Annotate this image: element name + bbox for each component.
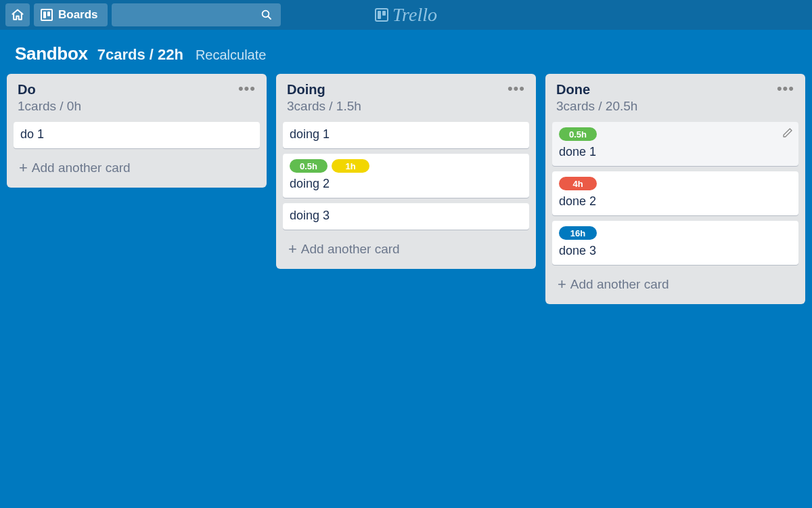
card-title: done 2 [559,194,792,209]
card-label[interactable]: 1h [332,159,369,173]
topbar: Boards Trello [0,0,812,30]
plus-icon: + [558,280,566,289]
card[interactable]: 4hdone 2 [552,171,798,215]
card-title: doing 3 [290,209,522,223]
list: Doing3cards / 1.5h•••doing 10.5h1hdoing … [276,74,536,269]
recalculate-button[interactable]: Recalculate [196,47,267,63]
list-summary: 1cards / 0h [18,99,81,114]
list: Done3cards / 20.5h•••0.5hdone 14hdone 21… [545,74,805,304]
card-label[interactable]: 0.5h [559,127,597,141]
board-header: Sandbox 7cards / 22h Recalculate [0,30,812,74]
boards-button-label: Boards [58,8,98,22]
search-icon [261,9,273,21]
add-card-button[interactable]: +Add another card [283,235,529,265]
ellipsis-icon: ••• [508,80,525,97]
app-logo[interactable]: Trello [375,5,437,24]
card-title: doing 2 [290,177,522,191]
card[interactable]: do 1 [14,122,260,148]
list-summary: 3cards / 1.5h [287,99,361,114]
plus-icon: + [19,163,28,173]
list-header: Do1cards / 0h••• [14,81,260,117]
card-label[interactable]: 16h [559,226,597,240]
card[interactable]: 16hdone 3 [552,221,798,265]
ellipsis-icon: ••• [777,80,794,97]
card[interactable]: 0.5h1hdoing 2 [283,154,529,198]
list-header: Done3cards / 20.5h••• [552,81,798,117]
card[interactable]: doing 1 [283,122,529,148]
list-title[interactable]: Done [556,82,637,98]
trello-icon [375,8,388,22]
list-title[interactable]: Do [18,82,81,98]
pencil-icon[interactable] [782,127,793,138]
card-title: done 3 [559,244,792,258]
add-card-label: Add another card [570,277,669,292]
add-card-label: Add another card [301,242,400,257]
card-title: doing 1 [290,127,522,142]
card-labels: 16h [559,226,792,240]
add-card-button[interactable]: +Add another card [14,154,260,184]
list-title[interactable]: Doing [287,82,361,98]
list: Do1cards / 0h•••do 1+Add another card [7,74,267,188]
list-menu-button[interactable]: ••• [508,82,525,93]
app-logo-text: Trello [392,5,437,24]
card-title: do 1 [20,127,253,142]
add-card-label: Add another card [32,161,131,175]
home-button[interactable] [5,3,30,26]
card[interactable]: 0.5hdone 1 [552,122,798,166]
board-lists: Do1cards / 0h•••do 1+Add another cardDoi… [0,74,812,304]
card-label[interactable]: 0.5h [290,159,328,173]
card-labels: 4h [559,177,792,190]
board-summary: 7cards / 22h [97,46,183,64]
search-button[interactable] [112,3,281,26]
card-title: done 1 [559,145,792,159]
plus-icon: + [288,245,297,254]
board-title[interactable]: Sandbox [15,43,88,64]
list-summary: 3cards / 20.5h [556,99,637,114]
svg-line-1 [268,16,271,19]
ellipsis-icon: ••• [238,80,256,97]
boards-icon [41,9,53,21]
add-card-button[interactable]: +Add another card [552,270,798,300]
list-menu-button[interactable]: ••• [238,82,256,93]
boards-button[interactable]: Boards [34,3,108,26]
list-menu-button[interactable]: ••• [777,82,794,93]
card[interactable]: doing 3 [283,203,529,230]
home-icon [11,8,24,22]
list-header: Doing3cards / 1.5h••• [283,81,529,117]
card-labels: 0.5h [559,127,792,141]
card-labels: 0.5h1h [290,159,522,173]
card-label[interactable]: 4h [559,177,597,190]
